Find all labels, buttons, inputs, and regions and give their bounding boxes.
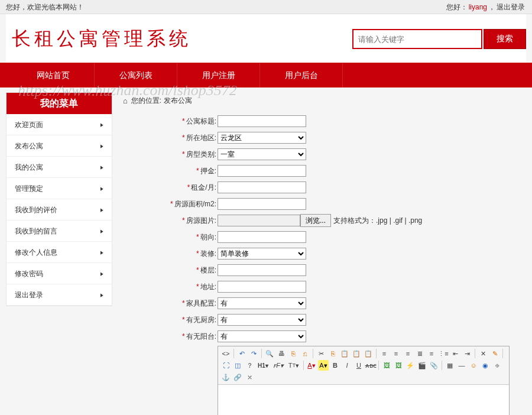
copy-icon[interactable]: ⎘ <box>327 348 338 359</box>
sidebar-item-profile[interactable]: 修改个人信息▸ <box>7 242 112 263</box>
title-input[interactable] <box>218 115 306 127</box>
media-icon[interactable]: 🎬 <box>417 360 427 371</box>
clear-icon[interactable]: ✎ <box>489 348 500 359</box>
paste-word-icon[interactable]: 📋 <box>363 348 374 359</box>
new-icon[interactable]: ◫ <box>232 360 243 371</box>
unlink-icon[interactable]: ⤫ <box>244 372 255 382</box>
site-logo: 长租公寓管理系统 <box>12 26 192 52</box>
nav-user-panel[interactable]: 用户后台 <box>260 63 343 87</box>
sidebar-item-label: 发布公寓 <box>15 135 43 157</box>
code-icon[interactable]: ⎌ <box>300 348 310 359</box>
cut-icon[interactable]: ✂ <box>316 348 326 359</box>
label-orientation: 朝向: <box>200 233 216 241</box>
label-district: 所在地区: <box>186 134 216 142</box>
template-icon[interactable]: ⎘ <box>288 348 299 359</box>
sidebar: 我的菜单 欢迎页面▸ 发布公寓▸ 我的公寓▸ 管理预定▸ 我收到的评价▸ 我收到… <box>6 92 112 306</box>
heading-icon[interactable]: H1▾ <box>256 360 270 371</box>
sidebar-item-reviews[interactable]: 我收到的评价▸ <box>7 199 112 221</box>
search-input[interactable] <box>352 29 482 49</box>
print-icon[interactable]: 🖶 <box>276 348 287 359</box>
rich-editor: <> ↶ ↷ 🔍 🖶 ⎘ ⎌ ✂ ⎘ 📋 📋 📋 ≡ ≡ ≡ ≣ <box>218 346 510 415</box>
align-right-icon[interactable]: ≡ <box>403 348 413 359</box>
map-icon[interactable]: ◉ <box>480 360 491 371</box>
anchor-icon[interactable]: ⚓ <box>220 372 231 382</box>
decoration-select[interactable]: 简单装修 <box>218 248 306 260</box>
flash-icon[interactable]: ⚡ <box>405 360 416 371</box>
select-all-icon[interactable]: ✕ <box>478 348 488 359</box>
breadcrumb-current: 发布公寓 <box>164 96 192 106</box>
nav-home[interactable]: 网站首页 <box>12 63 95 87</box>
search-button[interactable]: 搜索 <box>484 29 526 49</box>
sidebar-item-bookings[interactable]: 管理预定▸ <box>7 178 112 199</box>
orientation-input[interactable] <box>218 231 306 243</box>
sidebar-item-logout[interactable]: 退出登录▸ <box>7 284 112 306</box>
username-link[interactable]: liyang <box>469 3 487 11</box>
list-ol-icon[interactable]: ≡ <box>426 348 437 359</box>
source-icon[interactable]: <> <box>220 348 231 359</box>
file-input[interactable] <box>218 215 300 226</box>
fontcolor-icon[interactable]: A▾ <box>306 360 317 371</box>
label-decoration: 装修: <box>200 249 216 258</box>
home-icon: ⌂ <box>123 96 128 105</box>
bgcolor-icon[interactable]: A▾ <box>318 360 329 371</box>
indent-icon[interactable]: ⇥ <box>462 348 472 359</box>
content: ⌂ 您的位置: 发布公寓 *公寓标题: *所在地区:云龙区 *房型类别:一室 *… <box>123 92 526 415</box>
label-area: 房源面积/m2: <box>174 200 216 208</box>
outdent-icon[interactable]: ⇤ <box>450 348 460 359</box>
font-icon[interactable]: TT▾ <box>287 360 301 371</box>
balcony-select[interactable]: 有 <box>218 330 306 342</box>
preview-icon[interactable]: 🔍 <box>264 348 275 359</box>
district-select[interactable]: 云龙区 <box>218 132 306 144</box>
floor-input[interactable] <box>218 264 306 276</box>
address-input[interactable] <box>218 281 306 293</box>
browse-button[interactable]: 浏览... <box>300 214 331 227</box>
deposit-input[interactable] <box>218 165 306 177</box>
sidebar-item-publish[interactable]: 发布公寓▸ <box>7 135 112 157</box>
furniture-select[interactable]: 有 <box>218 297 306 309</box>
fontsize-icon[interactable]: ꜰF▾ <box>271 360 286 371</box>
sidebar-item-password[interactable]: 修改密码▸ <box>7 263 112 284</box>
underline-icon[interactable]: U <box>353 360 364 371</box>
sidebar-item-welcome[interactable]: 欢迎页面▸ <box>7 114 112 135</box>
editor-textarea[interactable] <box>218 385 509 415</box>
logout-link[interactable]: 退出登录 <box>497 3 525 11</box>
paste-text-icon[interactable]: 📋 <box>351 348 362 359</box>
fullscreen-icon[interactable]: ⛶ <box>220 360 231 371</box>
sidebar-item-mine[interactable]: 我的公寓▸ <box>7 157 112 178</box>
image-icon[interactable]: 🖼 <box>381 360 392 371</box>
breadcrumb: ⌂ 您的位置: 发布公寓 <box>123 92 526 114</box>
sidebar-item-messages[interactable]: 我收到的留言▸ <box>7 221 112 242</box>
sidebar-item-label: 退出登录 <box>15 284 43 306</box>
align-center-icon[interactable]: ≡ <box>391 348 401 359</box>
undo-icon[interactable]: ↶ <box>236 348 247 359</box>
paste-icon[interactable]: 📋 <box>339 348 350 359</box>
image-hint: 支持格式为：.jpg | .gif | .png <box>333 216 422 226</box>
table-icon[interactable]: ▦ <box>445 360 455 371</box>
label-floor: 楼层: <box>200 266 216 274</box>
chevron-right-icon: ▸ <box>100 280 103 309</box>
file-icon[interactable]: 📎 <box>429 360 439 371</box>
bold-icon[interactable]: B <box>330 360 340 371</box>
emoji-icon[interactable]: ☺ <box>468 360 479 371</box>
roomtype-select[interactable]: 一室 <box>218 148 306 160</box>
strike-icon[interactable]: ᴀʙᴄ <box>365 360 376 371</box>
italic-icon[interactable]: I <box>342 360 352 371</box>
nav-apartments[interactable]: 公寓列表 <box>95 63 177 87</box>
search-wrap: 搜索 <box>352 29 526 49</box>
redo-icon[interactable]: ↷ <box>248 348 259 359</box>
main-nav: 网站首页 公寓列表 用户注册 用户后台 <box>0 63 532 87</box>
list-ul-icon[interactable]: ⋮≡ <box>438 348 449 359</box>
hr-icon[interactable]: — <box>456 360 467 371</box>
about-icon[interactable]: ？ <box>244 360 255 371</box>
align-justify-icon[interactable]: ≣ <box>414 348 425 359</box>
link-icon[interactable]: 🔗 <box>232 372 243 382</box>
align-left-icon[interactable]: ≡ <box>379 348 390 359</box>
pagebreak-icon[interactable]: ⎆ <box>492 360 502 371</box>
kitchen-select[interactable]: 有 <box>218 314 306 326</box>
sidebar-item-label: 管理预定 <box>15 178 43 199</box>
nav-register[interactable]: 用户注册 <box>177 63 260 87</box>
header: 长租公寓管理系统 搜索 <box>6 14 526 63</box>
area-input[interactable] <box>218 198 306 210</box>
rent-input[interactable] <box>218 181 306 193</box>
multi-image-icon[interactable]: 🖼 <box>393 360 404 371</box>
